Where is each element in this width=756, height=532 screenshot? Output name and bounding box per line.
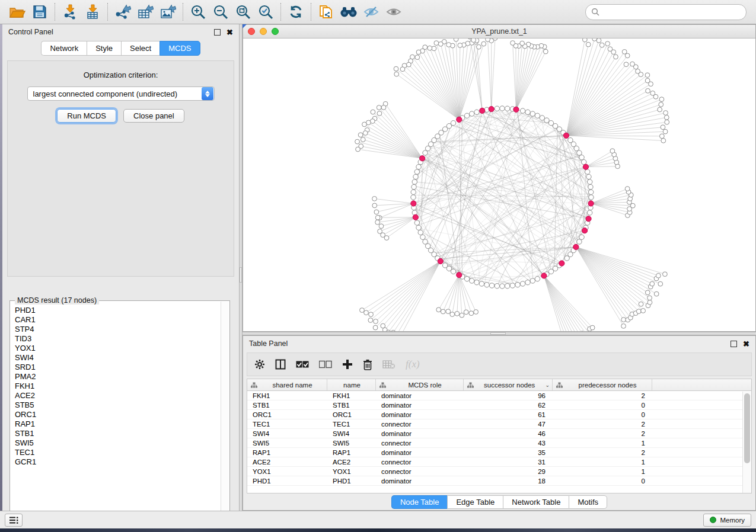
mcds-hub-node[interactable] bbox=[588, 201, 594, 206]
deselect-all-button[interactable] bbox=[319, 360, 332, 368]
task-history-button[interactable] bbox=[5, 514, 23, 527]
ring-node[interactable] bbox=[500, 284, 505, 289]
ring-node[interactable] bbox=[464, 113, 469, 118]
ring-node[interactable] bbox=[588, 184, 593, 189]
tab-mcds[interactable]: MCDS bbox=[160, 41, 200, 56]
column-header-shared-name[interactable]: shared name bbox=[247, 379, 327, 390]
leaf-node[interactable] bbox=[458, 43, 462, 48]
leaf-node[interactable] bbox=[621, 323, 626, 328]
leaf-node[interactable] bbox=[543, 49, 548, 54]
add-column-button[interactable] bbox=[342, 359, 353, 370]
network-canvas[interactable] bbox=[243, 39, 755, 331]
ring-node[interactable] bbox=[520, 281, 525, 286]
leaf-node[interactable] bbox=[625, 53, 630, 58]
ring-node[interactable] bbox=[505, 106, 510, 111]
export-network-button[interactable] bbox=[111, 2, 134, 22]
ring-node[interactable] bbox=[416, 225, 421, 230]
leaf-node[interactable] bbox=[471, 39, 476, 43]
mcds-result-item[interactable]: YOX1 bbox=[15, 344, 220, 353]
leaf-node[interactable] bbox=[374, 210, 379, 214]
ring-node[interactable] bbox=[530, 111, 535, 116]
leaf-node[interactable] bbox=[464, 310, 468, 315]
ring-node[interactable] bbox=[420, 235, 425, 239]
ring-node[interactable] bbox=[582, 159, 586, 164]
leaf-node[interactable] bbox=[450, 312, 455, 317]
table-row[interactable]: FKH1FKH1dominator962 bbox=[247, 391, 751, 400]
leaf-node[interactable] bbox=[400, 67, 405, 72]
ring-node[interactable] bbox=[505, 284, 510, 289]
leaf-node[interactable] bbox=[477, 44, 481, 49]
leaf-node[interactable] bbox=[372, 203, 377, 208]
table-row[interactable]: YOX1YOX1connector291 bbox=[247, 467, 751, 476]
leaf-node[interactable] bbox=[364, 310, 369, 315]
leaf-node[interactable] bbox=[586, 42, 591, 47]
ring-node[interactable] bbox=[423, 150, 428, 155]
table-scrollbar[interactable] bbox=[742, 392, 751, 493]
mcds-hub-node[interactable] bbox=[489, 107, 494, 112]
delete-column-button[interactable] bbox=[363, 359, 372, 370]
splitter-grip[interactable] bbox=[240, 267, 242, 283]
leaf-node[interactable] bbox=[659, 97, 664, 102]
zoom-fit-button[interactable] bbox=[232, 2, 254, 22]
leaf-node[interactable] bbox=[486, 39, 490, 41]
leaf-node[interactable] bbox=[455, 311, 460, 316]
search-field[interactable] bbox=[585, 4, 747, 20]
table-row[interactable]: TEC1TEC1connector472 bbox=[247, 419, 751, 429]
ring-node[interactable] bbox=[585, 169, 589, 174]
leaf-node[interactable] bbox=[406, 62, 411, 67]
ring-node[interactable] bbox=[500, 106, 505, 111]
mcds-result-item[interactable]: STP4 bbox=[15, 325, 220, 334]
mcds-result-item[interactable]: SWI4 bbox=[15, 353, 220, 363]
leaf-node[interactable] bbox=[384, 236, 389, 241]
ring-node[interactable] bbox=[474, 110, 479, 114]
leaf-node[interactable] bbox=[630, 62, 635, 66]
leaf-node[interactable] bbox=[641, 309, 646, 313]
tab-motifs[interactable]: Motifs bbox=[569, 495, 607, 509]
network-graph[interactable] bbox=[243, 39, 755, 331]
leaf-node[interactable] bbox=[636, 309, 641, 314]
show-columns-button[interactable] bbox=[275, 359, 286, 370]
ring-node[interactable] bbox=[423, 239, 428, 244]
hide-selected-button[interactable] bbox=[360, 2, 382, 22]
leaf-node[interactable] bbox=[374, 319, 378, 324]
table-row[interactable]: SWI5SWI5connector431 bbox=[247, 438, 751, 448]
table-row[interactable]: RAP1RAP1dominator352 bbox=[247, 448, 751, 457]
ring-node[interactable] bbox=[418, 230, 423, 235]
leaf-node[interactable] bbox=[582, 39, 587, 42]
ring-node[interactable] bbox=[425, 146, 430, 150]
leaf-node[interactable] bbox=[356, 147, 361, 152]
leaf-node[interactable] bbox=[646, 88, 650, 93]
ring-node[interactable] bbox=[577, 239, 582, 244]
import-table-button[interactable] bbox=[81, 2, 104, 22]
mcds-result-item[interactable]: TID3 bbox=[15, 334, 220, 344]
ring-node[interactable] bbox=[548, 120, 553, 125]
ring-node[interactable] bbox=[495, 284, 499, 289]
ring-node[interactable] bbox=[413, 174, 418, 179]
ring-node[interactable] bbox=[540, 116, 544, 120]
leaf-node[interactable] bbox=[665, 120, 669, 124]
import-network-button[interactable] bbox=[59, 2, 81, 22]
leaf-node[interactable] bbox=[645, 73, 650, 78]
mcds-hub-node[interactable] bbox=[541, 273, 547, 278]
leaf-node[interactable] bbox=[394, 72, 399, 76]
leaf-node[interactable] bbox=[622, 49, 627, 54]
table-settings-button[interactable] bbox=[254, 359, 265, 370]
ring-node[interactable] bbox=[588, 180, 592, 184]
zoom-selected-button[interactable] bbox=[254, 2, 277, 22]
leaf-node[interactable] bbox=[379, 224, 384, 229]
leaf-node[interactable] bbox=[460, 313, 464, 318]
close-panel-button[interactable]: Close panel bbox=[123, 109, 184, 123]
leaf-node[interactable] bbox=[361, 137, 365, 142]
ring-node[interactable] bbox=[495, 106, 499, 111]
leaf-node[interactable] bbox=[369, 312, 374, 317]
column-header-predecessor-nodes[interactable]: predecessor nodes bbox=[553, 379, 652, 390]
ring-node[interactable] bbox=[577, 150, 582, 155]
ring-node[interactable] bbox=[464, 277, 469, 281]
refresh-view-button[interactable] bbox=[285, 2, 307, 22]
tab-select[interactable]: Select bbox=[121, 41, 160, 56]
mcds-result-item[interactable]: SWI5 bbox=[15, 438, 220, 448]
leaf-node[interactable] bbox=[363, 131, 368, 136]
leaf-node[interactable] bbox=[371, 110, 375, 114]
leaf-node[interactable] bbox=[590, 325, 595, 330]
leaf-node[interactable] bbox=[614, 55, 618, 59]
